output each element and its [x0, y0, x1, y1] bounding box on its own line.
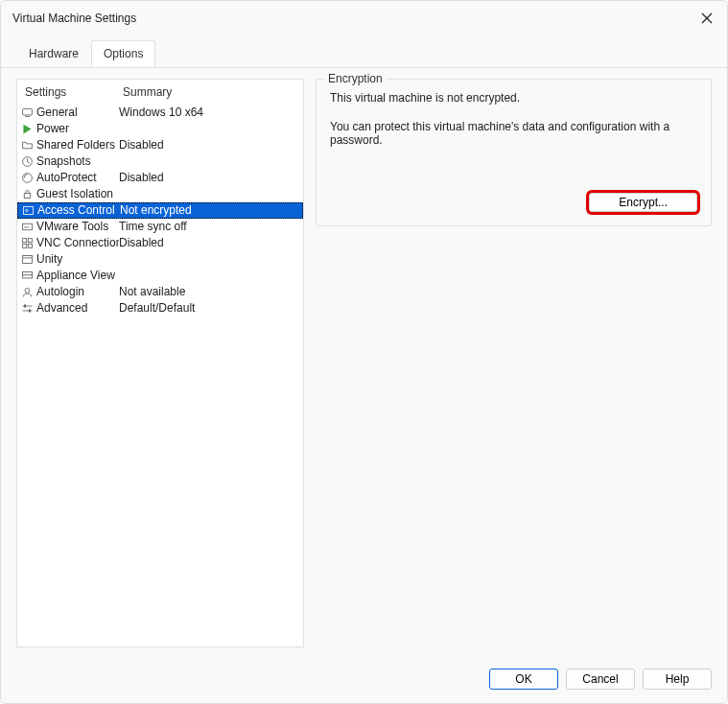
- list-body: General Windows 10 x64 Power Shared Fold…: [17, 105, 303, 646]
- row-label: General: [36, 105, 119, 121]
- svg-rect-2: [22, 108, 32, 115]
- appliance-icon: [19, 269, 35, 284]
- encryption-button-row: Encrypt...: [330, 193, 697, 212]
- row-label: VNC Connections: [36, 235, 119, 251]
- user-icon: [19, 285, 35, 300]
- row-label: Appliance View: [36, 268, 119, 284]
- tabstrip: Hardware Options: [1, 36, 727, 68]
- sliders-icon: [19, 301, 35, 317]
- svg-rect-26: [29, 309, 31, 312]
- row-label: Advanced: [36, 300, 119, 317]
- encryption-fieldset: Encryption This virtual machine is not e…: [316, 79, 712, 226]
- svg-point-22: [25, 288, 30, 293]
- key-icon: [20, 203, 35, 219]
- encryption-description-text: You can protect this virtual machine's d…: [330, 120, 697, 147]
- close-icon: [701, 12, 713, 24]
- svg-rect-25: [24, 304, 26, 307]
- list-item-general[interactable]: General Windows 10 x64: [17, 105, 303, 121]
- svg-rect-18: [22, 255, 32, 263]
- list-item-shared-folders[interactable]: Shared Folders Disabled: [17, 137, 303, 153]
- svg-rect-9: [24, 194, 31, 199]
- svg-text:vm: vm: [24, 224, 30, 229]
- folder-icon: [19, 138, 35, 153]
- vm-icon: vm: [19, 220, 35, 235]
- cancel-button[interactable]: Cancel: [566, 669, 635, 690]
- encryption-legend: Encryption: [324, 72, 387, 85]
- settings-list-panel: Settings Summary General Windows 10 x64 …: [16, 79, 304, 647]
- list-item-snapshots[interactable]: Snapshots: [17, 153, 303, 170]
- row-label: Power: [36, 121, 119, 137]
- tab-hardware[interactable]: Hardware: [16, 40, 91, 67]
- encrypt-button[interactable]: Encrypt...: [589, 193, 697, 212]
- close-button[interactable]: [698, 10, 716, 27]
- row-summary: Disabled: [119, 137, 301, 153]
- detail-panel: Encryption This virtual machine is not e…: [316, 79, 712, 647]
- row-summary: Disabled: [119, 170, 301, 186]
- row-label: Access Control: [37, 202, 120, 219]
- svg-rect-17: [28, 244, 32, 247]
- tab-options[interactable]: Options: [91, 40, 155, 67]
- list-header: Settings Summary: [17, 80, 303, 105]
- list-item-power[interactable]: Power: [17, 121, 303, 137]
- list-item-advanced[interactable]: Advanced Default/Default: [17, 300, 303, 317]
- svg-point-11: [25, 209, 27, 211]
- svg-marker-4: [23, 125, 31, 134]
- monitor-icon: [19, 106, 35, 121]
- col-header-summary: Summary: [123, 85, 297, 99]
- list-item-autologin[interactable]: Autologin Not available: [17, 284, 303, 300]
- window-title: Virtual Machine Settings: [12, 12, 136, 25]
- row-summary: Not encrypted: [120, 202, 300, 219]
- row-label: Autologin: [36, 284, 119, 300]
- svg-line-7: [27, 162, 29, 164]
- settings-window: Virtual Machine Settings Hardware Option…: [0, 0, 728, 704]
- shield-clock-icon: [19, 171, 35, 186]
- list-item-vnc-connections[interactable]: VNC Connections Disabled: [17, 235, 303, 251]
- row-label: AutoProtect: [36, 170, 119, 186]
- lock-icon: [19, 187, 35, 202]
- grid-icon: [19, 236, 35, 251]
- help-button[interactable]: Help: [643, 669, 712, 690]
- window-icon: [19, 252, 35, 268]
- row-summary: Default/Default: [119, 300, 301, 317]
- row-label: VMware Tools: [36, 219, 119, 235]
- row-label: Unity: [36, 251, 119, 268]
- content-area: Settings Summary General Windows 10 x64 …: [1, 67, 727, 659]
- play-icon: [19, 122, 35, 137]
- encryption-status-text: This virtual machine is not encrypted.: [330, 91, 697, 105]
- titlebar: Virtual Machine Settings: [1, 1, 727, 35]
- row-summary: Time sync off: [119, 219, 301, 235]
- list-item-vmware-tools[interactable]: vm VMware Tools Time sync off: [17, 219, 303, 235]
- col-header-settings: Settings: [23, 85, 123, 99]
- row-summary: Not available: [119, 284, 301, 300]
- list-item-appliance-view[interactable]: Appliance View: [17, 268, 303, 284]
- list-item-autoprotect[interactable]: AutoProtect Disabled: [17, 170, 303, 186]
- svg-rect-14: [22, 239, 26, 243]
- svg-rect-16: [22, 244, 26, 247]
- row-summary: Windows 10 x64: [119, 105, 301, 121]
- row-summary: Disabled: [119, 235, 301, 251]
- list-item-access-control[interactable]: Access Control Not encrypted: [17, 202, 303, 219]
- ok-button[interactable]: OK: [489, 669, 558, 690]
- row-label: Snapshots: [36, 153, 119, 170]
- row-label: Guest Isolation: [36, 186, 119, 202]
- clock-icon: [19, 154, 35, 170]
- dialog-footer: OK Cancel Help: [1, 659, 727, 703]
- row-label: Shared Folders: [36, 137, 119, 153]
- list-item-unity[interactable]: Unity: [17, 251, 303, 268]
- svg-rect-15: [28, 239, 32, 243]
- list-item-guest-isolation[interactable]: Guest Isolation: [17, 186, 303, 202]
